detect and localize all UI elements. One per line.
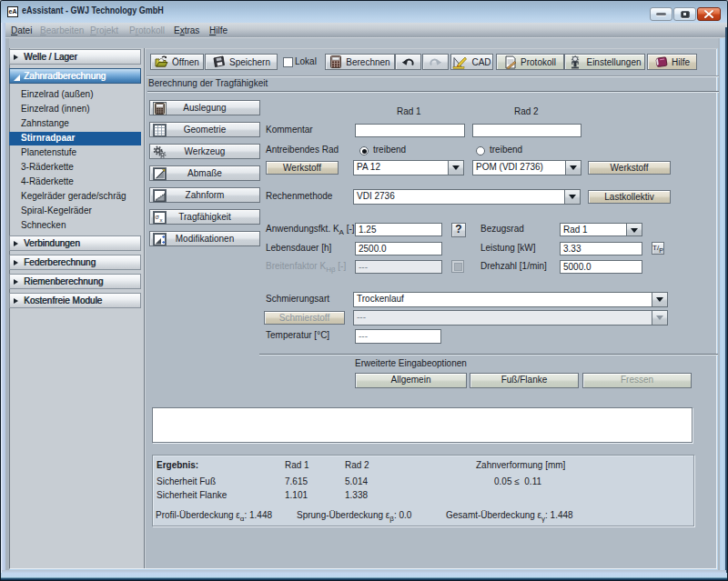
svg-text:x: x	[160, 217, 163, 223]
